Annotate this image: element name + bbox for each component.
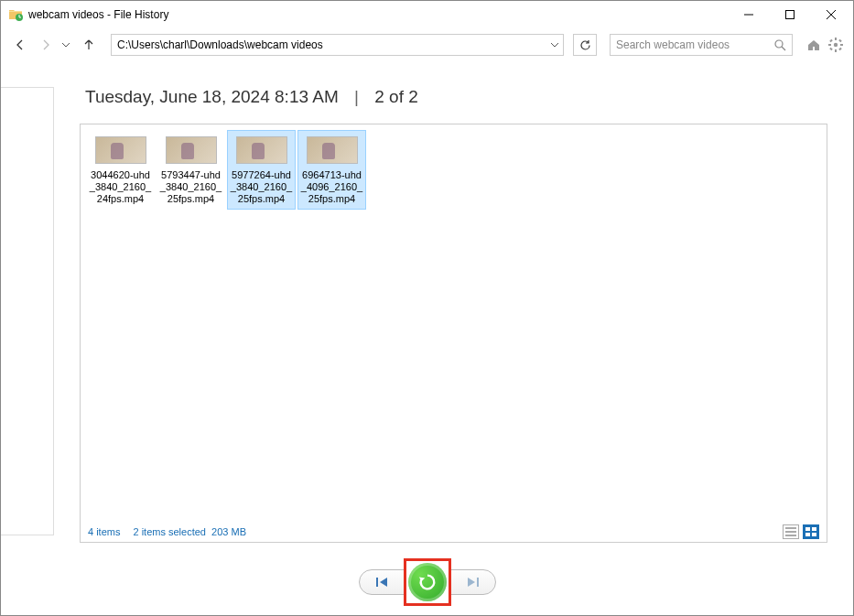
version-timestamp: Tuesday, June 18, 2024 8:13 AM	[85, 87, 339, 106]
left-panel	[1, 61, 54, 551]
video-thumbnail	[166, 136, 217, 164]
main-column: Tuesday, June 18, 2024 8:13 AM | 2 of 2 …	[54, 61, 853, 551]
bottom-controls	[1, 551, 853, 613]
minimize-button[interactable]	[728, 2, 769, 27]
next-version-button[interactable]	[450, 569, 496, 595]
svg-rect-21	[805, 533, 810, 536]
status-selection: 2 items selected 203 MB	[133, 526, 246, 537]
folder-history-icon	[8, 7, 23, 22]
refresh-button[interactable]	[573, 34, 597, 56]
svg-rect-15	[829, 48, 833, 51]
maximize-button[interactable]	[769, 2, 810, 27]
details-view-button[interactable]	[783, 524, 799, 539]
restore-button[interactable]	[408, 563, 447, 601]
svg-rect-2	[785, 11, 794, 19]
svg-line-6	[782, 47, 785, 50]
back-button[interactable]	[10, 35, 30, 55]
svg-point-5	[775, 40, 783, 48]
svg-rect-22	[812, 533, 816, 536]
window-title: webcam videos - File History	[28, 8, 728, 21]
gear-icon[interactable]	[827, 37, 844, 53]
titlebar: webcam videos - File History	[1, 1, 853, 28]
svg-rect-10	[828, 44, 831, 46]
svg-rect-14	[838, 39, 842, 43]
toolbar-right-icons	[805, 37, 844, 53]
svg-point-7	[834, 43, 838, 47]
svg-rect-8	[835, 38, 837, 40]
search-box[interactable]: Search webcam videos	[610, 34, 793, 56]
status-count: 4 items	[88, 526, 120, 537]
file-item[interactable]: 6964713-uhd_4096_2160_25fps.mp4	[297, 130, 366, 210]
search-icon	[774, 39, 786, 51]
close-button[interactable]	[810, 2, 851, 27]
version-position: 2 of 2	[374, 87, 418, 106]
video-thumbnail	[95, 136, 146, 164]
search-placeholder: Search webcam videos	[616, 38, 774, 51]
svg-rect-20	[812, 527, 816, 531]
svg-rect-9	[835, 49, 837, 52]
svg-rect-23	[376, 578, 378, 587]
body-area: Tuesday, June 18, 2024 8:13 AM | 2 of 2 …	[1, 61, 853, 551]
file-item[interactable]: 5977264-uhd_3840_2160_25fps.mp4	[227, 130, 296, 210]
video-thumbnail	[307, 136, 358, 164]
file-label: 6964713-uhd_4096_2160_25fps.mp4	[300, 169, 363, 205]
file-item[interactable]: 3044620-uhd_3840_2160_24fps.mp4	[86, 130, 155, 210]
history-dropdown[interactable]	[61, 43, 70, 48]
file-panel: 3044620-uhd_3840_2160_24fps.mp45793447-u…	[80, 124, 827, 543]
svg-rect-13	[838, 48, 842, 51]
address-dropdown[interactable]	[546, 35, 563, 55]
restore-highlight	[404, 558, 451, 606]
toolbar: Search webcam videos	[1, 28, 853, 61]
previous-version-button[interactable]	[359, 569, 405, 595]
svg-rect-12	[829, 39, 833, 43]
svg-rect-11	[840, 44, 843, 46]
video-thumbnail	[236, 136, 287, 164]
file-label: 5977264-uhd_3840_2160_25fps.mp4	[230, 169, 293, 205]
status-bar: 4 items 2 items selected 203 MB	[81, 522, 827, 542]
version-header: Tuesday, June 18, 2024 8:13 AM | 2 of 2	[80, 61, 827, 124]
up-button[interactable]	[80, 36, 98, 54]
svg-rect-19	[805, 527, 810, 531]
thumbnails-view-button[interactable]	[803, 524, 819, 539]
home-icon[interactable]	[805, 37, 822, 53]
svg-rect-24	[477, 578, 479, 587]
address-bar	[111, 34, 564, 56]
forward-button[interactable]	[36, 35, 56, 55]
window-controls	[728, 2, 851, 27]
file-label: 3044620-uhd_3840_2160_24fps.mp4	[89, 169, 152, 205]
files-area[interactable]: 3044620-uhd_3840_2160_24fps.mp45793447-u…	[81, 124, 827, 215]
file-label: 5793447-uhd_3840_2160_25fps.mp4	[159, 169, 222, 205]
address-input[interactable]	[112, 35, 546, 55]
file-item[interactable]: 5793447-uhd_3840_2160_25fps.mp4	[157, 130, 225, 210]
header-separator: |	[354, 87, 359, 106]
